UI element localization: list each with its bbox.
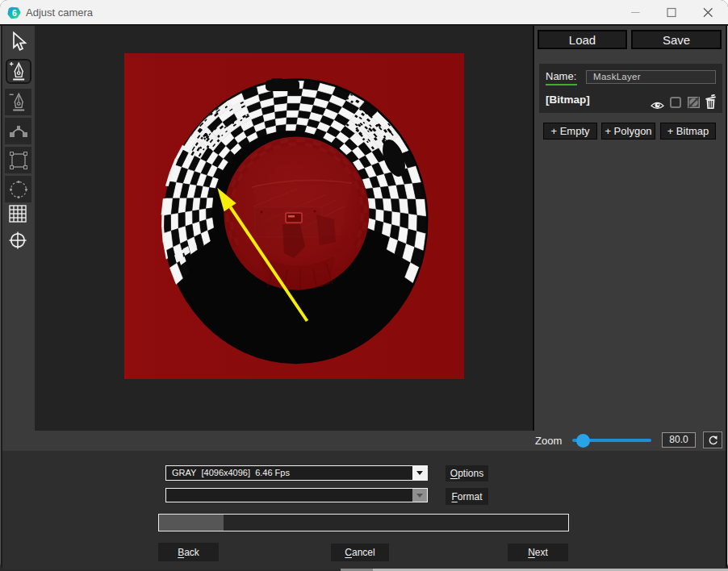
svg-text:6: 6 — [12, 8, 17, 18]
